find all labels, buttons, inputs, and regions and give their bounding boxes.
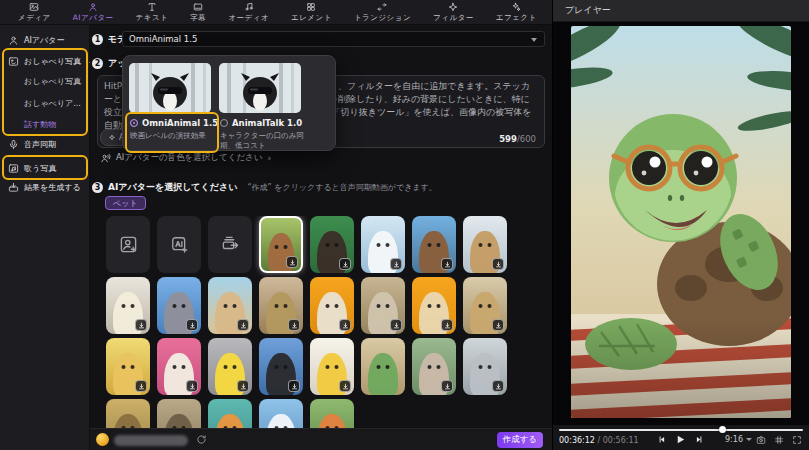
avatar-capybara[interactable] xyxy=(412,216,456,273)
sidebar-item-generate-result[interactable]: 結果を生成する xyxy=(0,178,90,196)
avatar-bernese-dog[interactable] xyxy=(259,338,303,395)
aspect-ratio-select[interactable]: 9:16 xyxy=(725,435,752,444)
topbar-item-subtitle[interactable]: 字幕 xyxy=(190,2,206,23)
avatar-eyes xyxy=(437,243,441,247)
total-time: 00:56:11 xyxy=(603,436,639,445)
avatar-sloth[interactable] xyxy=(157,399,201,428)
sidebar-item-singing-photo[interactable]: 歌う写真 xyxy=(0,159,90,177)
avatar-eyes xyxy=(386,304,390,308)
download-icon[interactable] xyxy=(441,258,453,270)
topbar-item-label: トランジション xyxy=(354,13,411,23)
download-icon[interactable] xyxy=(441,319,453,331)
sidebar-group-talking-photo[interactable]: おしゃべり写真 xyxy=(0,52,90,70)
avatar-gecko[interactable] xyxy=(106,277,150,334)
omnianimal-thumbnail[interactable] xyxy=(129,63,211,113)
create-button[interactable]: 作成する xyxy=(497,432,543,448)
next-frame-button[interactable] xyxy=(695,435,704,444)
seek-handle[interactable] xyxy=(719,426,726,433)
avatar-seal[interactable] xyxy=(361,216,405,273)
avatar-sphynx-cat[interactable] xyxy=(412,338,456,395)
refresh-icon[interactable] xyxy=(196,434,207,445)
avatar-cheetah[interactable] xyxy=(463,277,507,334)
avatar-chimpanzee[interactable] xyxy=(310,216,354,273)
avatar-loris[interactable] xyxy=(106,399,150,428)
sidebar-item-ai-avatar[interactable]: AIアバター xyxy=(0,31,90,49)
avatar-orange-cat[interactable] xyxy=(412,277,456,334)
download-icon[interactable] xyxy=(135,319,147,331)
topbar-item-ai-avatar[interactable]: AIアバター xyxy=(73,2,114,23)
download-icon[interactable] xyxy=(390,258,402,270)
voice-select-row[interactable]: AIアバターの音色を選択してください › xyxy=(100,152,271,164)
avatar-donkey[interactable] xyxy=(157,277,201,334)
avatar-beanie-owl[interactable] xyxy=(208,399,252,428)
avatar-turtle[interactable] xyxy=(361,338,405,395)
video-preview[interactable] xyxy=(571,26,791,418)
avatar-hamster[interactable] xyxy=(310,338,354,395)
avatar-bushbaby[interactable] xyxy=(259,277,303,334)
option-animaltalk[interactable]: AnimalTalk 1.0 xyxy=(220,118,302,128)
download-icon[interactable] xyxy=(492,319,504,331)
avatar-eyes xyxy=(233,365,237,369)
avatar-cow[interactable] xyxy=(259,216,303,273)
download-icon[interactable] xyxy=(339,258,351,270)
import-card[interactable] xyxy=(208,216,252,273)
avatar-llama[interactable] xyxy=(157,338,201,395)
avatar-kitten[interactable] xyxy=(463,338,507,395)
topbar-item-filter[interactable]: フィルター xyxy=(433,2,474,23)
download-icon[interactable] xyxy=(339,319,351,331)
grid-overlay-icon[interactable] xyxy=(774,435,784,445)
topbar-item-effect[interactable]: エフェクト xyxy=(496,2,537,23)
person-plus-icon xyxy=(119,235,138,254)
download-icon[interactable] xyxy=(286,256,298,268)
sidebar: AIアバター おしゃべり写真 おしゃべり写真 おしゃべりア... 話す動物 音声… xyxy=(0,25,90,450)
avatar-duckling[interactable] xyxy=(208,338,252,395)
download-icon[interactable] xyxy=(237,319,249,331)
avatar-beach-cat[interactable] xyxy=(208,277,252,334)
avatar-subject xyxy=(113,414,143,428)
sidebar-item-label: 歌う写真 xyxy=(24,163,56,174)
animaltalk-thumbnail[interactable] xyxy=(219,63,301,113)
download-icon[interactable] xyxy=(492,380,504,392)
download-icon[interactable] xyxy=(186,319,198,331)
topbar-item-element[interactable]: エレメント xyxy=(291,2,332,23)
download-icon[interactable] xyxy=(288,380,300,392)
avatar-goat[interactable] xyxy=(361,277,405,334)
download-icon[interactable] xyxy=(492,258,504,270)
download-icon[interactable] xyxy=(339,380,351,392)
fullscreen-icon[interactable] xyxy=(792,435,802,445)
category-tag-pet[interactable]: ペット xyxy=(105,196,146,210)
topbar-item-text[interactable]: テキスト xyxy=(136,2,169,23)
topbar-item-label: メディア xyxy=(18,13,51,23)
avatar-white-cat[interactable] xyxy=(259,399,303,428)
sidebar-item-talking-avatar[interactable]: おしゃべりア... xyxy=(0,95,90,111)
avatar-fox[interactable] xyxy=(310,399,354,428)
play-button[interactable] xyxy=(675,434,686,445)
seek-bar[interactable] xyxy=(559,428,803,431)
download-icon[interactable] xyxy=(441,380,453,392)
download-icon[interactable] xyxy=(135,380,147,392)
sparkle-icon xyxy=(108,134,116,142)
avatar-bee-hat-cat[interactable] xyxy=(106,338,150,395)
topbar-item-audio[interactable]: オーディオ xyxy=(228,2,269,23)
download-icon[interactable] xyxy=(186,380,198,392)
download-icon[interactable] xyxy=(390,319,402,331)
sidebar-item-talking-animal[interactable]: 話す動物 xyxy=(0,116,90,132)
step3-hint: “作成” をクリックすると音声同期動画ができます。 xyxy=(247,182,436,193)
sidebar-item-voice-sync[interactable]: 音声同期 xyxy=(0,135,90,153)
avatar-eyes xyxy=(284,245,288,249)
add-photo-card[interactable] xyxy=(106,216,150,273)
download-icon[interactable] xyxy=(288,319,300,331)
ai-generate-card[interactable] xyxy=(157,216,201,273)
avatar-sheep[interactable] xyxy=(310,277,354,334)
snapshot-icon[interactable] xyxy=(756,435,766,445)
topbar-item-transition[interactable]: トランジション xyxy=(354,2,411,23)
download-icon[interactable] xyxy=(237,380,249,392)
sidebar-item-talking-photo[interactable]: おしゃべり写真 xyxy=(0,73,90,89)
previous-frame-button[interactable] xyxy=(657,435,666,444)
element-icon xyxy=(306,2,316,12)
topbar-item-media[interactable]: メディア xyxy=(18,2,51,23)
option-omnianimal[interactable]: OmniAnimal 1.5 xyxy=(130,118,218,128)
avatar-giraffe[interactable] xyxy=(463,216,507,273)
model-select-dropdown[interactable]: OmniAnimal 1.5 xyxy=(122,31,545,47)
filter-icon xyxy=(448,2,458,12)
